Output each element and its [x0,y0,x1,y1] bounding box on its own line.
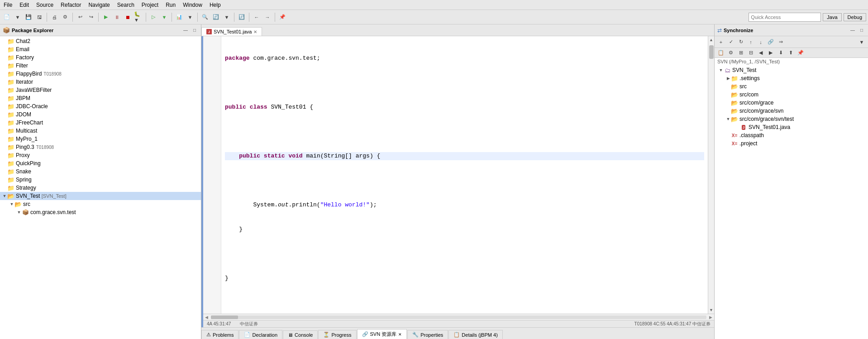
sync-minimize-btn[interactable]: — [849,27,856,34]
menu-help[interactable]: Help [206,1,224,9]
new-dropdown[interactable]: ▼ [13,12,23,22]
coverage-btn[interactable]: 📊 [174,12,184,22]
new-btn[interactable]: 📄 [2,12,12,22]
sync-link2-btn[interactable]: ⇒ [776,38,785,47]
sync-collapse-btn[interactable]: ⊟ [746,48,755,57]
sync-menu-btn[interactable]: ▼ [857,38,866,47]
save-btn[interactable]: 💾 [24,12,33,22]
open-type-btn[interactable]: 🔍 [200,12,210,22]
sync-left-btn[interactable]: ◀ [756,48,765,57]
tree-item-package[interactable]: ▼ 📦 com.grace.svn.test [0,208,201,216]
tree-item-strategy[interactable]: 📁 Strategy [0,184,201,192]
sync-up-btn[interactable]: ↑ [746,38,755,47]
sync-btn[interactable]: 🔃 [237,12,247,22]
tree-item-multicast[interactable]: 📁 Multicast [0,127,201,135]
svn-tab-close[interactable]: ✕ [398,332,402,337]
sync-add-btn[interactable]: + [716,38,725,47]
debug-dropdown[interactable]: 🐛▼ [134,12,143,22]
tree-item-iterator[interactable]: 📁 Iterator [0,78,201,86]
code-area[interactable]: package com.grace.svn.test; public class… [221,36,708,314]
sync-tree-project[interactable]: X= .project [715,139,868,148]
sync-link-btn[interactable]: 🔗 [766,38,775,47]
tree-item-jdbc[interactable]: 📁 JDBC-Oracle [0,102,201,110]
sync-outgoing-btn[interactable]: ⬆ [786,48,795,57]
stop-btn[interactable]: ⏹ [123,12,133,22]
suspend-btn[interactable]: ⏸ [112,12,122,22]
coverage-dropdown[interactable]: ▼ [185,12,195,22]
sync-tree-svntest2[interactable]: ▼ 📂 src/com/grace/svn/test [715,115,868,123]
editor-hscrollbar[interactable]: ◀ ▶ [203,314,714,320]
tree-item-quickping[interactable]: 📁 QuickPing [0,159,201,167]
save-all-btn[interactable]: 🖫 [34,12,44,22]
sync-view-btn[interactable]: 📋 [716,48,725,57]
sync-filter-btn[interactable]: ⚙ [726,48,735,57]
hscroll-left[interactable]: ◀ [203,315,210,320]
tree-item-jdom[interactable]: 📁 JDOM [0,110,201,119]
refresh-btn[interactable]: 🔄 [211,12,221,22]
sync-tree-src[interactable]: 📂 src [715,82,868,91]
tree-item-chat2[interactable]: 📁 Chat2 [0,37,201,45]
tab-details-jbpm[interactable]: 📋 Details (jBPM 4) [448,330,502,339]
tab-declaration[interactable]: 📄 Declaration [239,330,282,339]
tab-close-btn[interactable]: ✕ [253,29,257,34]
hscroll-track[interactable] [211,315,706,319]
sync-right-btn[interactable]: ▶ [766,48,775,57]
next-edit-btn[interactable]: ↪ [86,12,96,22]
prev-btn[interactable]: ← [252,12,262,22]
tree-item-factory[interactable]: 📁 Factory [0,53,201,62]
java-perspective-btn[interactable]: Java [823,13,841,21]
run-dropdown[interactable]: ▼ [159,12,169,22]
minimize-btn[interactable]: — [182,27,189,34]
tree-item-mypro1[interactable]: 📁 MyPro_1 [0,135,201,143]
run-btn[interactable]: ▷ [148,12,158,22]
tree-item-src[interactable]: ▼ 📂 src [0,200,201,208]
scroll-down-arrow[interactable]: ▼ [709,307,714,313]
scroll-up-arrow[interactable]: ▲ [709,37,714,43]
editor-scrollbar[interactable]: ▲ ▼ [708,36,714,314]
sync-tree-svntest[interactable]: ▼ 🗂 SVN_Test [715,66,868,74]
tree-item-javawebfilter[interactable]: 📁 JavaWEBFilter [0,86,201,94]
refresh-dropdown[interactable]: ▼ [222,12,232,22]
hscroll-right[interactable]: ▶ [707,315,714,320]
properties-btn[interactable]: ⚙ [60,12,70,22]
tab-problems[interactable]: ⚠ Problems [201,330,238,339]
sync-tree-svn[interactable]: 📂 src/com/grace/svn [715,107,868,115]
sync-expand-btn[interactable]: ⊞ [736,48,745,57]
editor-tab-svntest01[interactable]: J SVN_Test01.java ✕ [201,27,262,36]
sync-tree-grace[interactable]: 📂 src/com/grace [715,99,868,107]
tree-item-jbpm[interactable]: 📁 JBPM [0,94,201,102]
tree-item-svntest[interactable]: ▼ 📂 SVN_Test [SVN_Test] [0,192,201,200]
sync-tree-java[interactable]: J SVN_Test01.java [715,123,868,131]
tree-item-filter[interactable]: 📁 Filter [0,62,201,70]
sync-pin-btn[interactable]: 📌 [796,48,805,57]
menu-search[interactable]: Search [114,1,138,9]
sync-tree-settings[interactable]: ▶ 📁 .settings [715,74,868,82]
hscroll-thumb[interactable] [211,315,238,319]
menu-file[interactable]: File [0,1,16,9]
menu-refactor[interactable]: Refactor [57,1,85,9]
tree-item-spring[interactable]: 📁 Spring [0,176,201,184]
menu-project[interactable]: Project [138,1,162,9]
scroll-thumb[interactable] [709,45,714,59]
tree-item-jfreechart[interactable]: 📁 JFreeChart [0,119,201,127]
tab-svn[interactable]: 🔗 SVN 资源库 ✕ [357,329,407,339]
debug-perspective-btn[interactable]: Debug [844,13,866,21]
tree-item-snake[interactable]: 📁 Snake [0,167,201,176]
pin-btn[interactable]: 📌 [277,12,287,22]
editor-content[interactable]: package com.grace.svn.test; public class… [203,36,714,314]
menu-navigate[interactable]: Navigate [85,1,113,9]
tree-item-proxy[interactable]: 📁 Proxy [0,151,201,159]
sync-check-btn[interactable]: ✓ [726,38,735,47]
maximize-btn[interactable]: □ [191,27,198,34]
sync-maximize-btn[interactable]: □ [858,27,865,34]
tab-properties[interactable]: 🔧 Properties [407,330,448,339]
sync-tree-classpath[interactable]: X= .classpath [715,131,868,139]
menu-edit[interactable]: Edit [16,1,33,9]
menu-run[interactable]: Run [162,1,179,9]
tab-progress[interactable]: ⏳ Progress [318,330,356,339]
tree-item-email[interactable]: 📁 Email [0,45,201,53]
tree-item-ping[interactable]: 📁 Ping0.3 T018908 [0,143,201,151]
sync-refresh2-btn[interactable]: ↻ [736,38,745,47]
sync-tree-srccom[interactable]: 📂 src/com [715,91,868,99]
quick-access-input[interactable] [749,13,821,22]
